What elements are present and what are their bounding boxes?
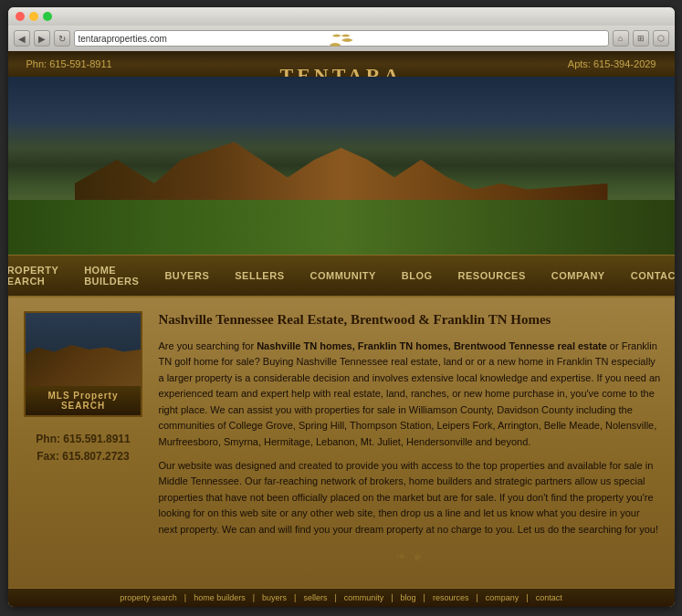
maximize-button[interactable] [43, 12, 52, 21]
footer-sep5: | [391, 593, 393, 602]
mls-image [26, 313, 141, 386]
content-paragraph2: Our website was designed and created to … [159, 458, 661, 538]
footer-bar: property search | home builders | buyers… [8, 588, 675, 607]
browser-window: ◀ ▶ ↻ ⌂ ⊞ ⬡ Phn: 615-591-8911 TENTARA [8, 7, 675, 607]
nav-bar: PROPERTY SEARCH HOME BUILDERS BUYERS SEL… [8, 255, 675, 298]
mls-box[interactable]: MLS Property SEARCH [24, 311, 142, 417]
footer-sep3: | [294, 593, 296, 602]
header-phone: Phn: 615-591-8911 [26, 58, 112, 69]
header-apts: Apts: 615-394-2029 [568, 58, 656, 69]
content-paragraph1: Are you searching for Nashville TN homes… [159, 339, 661, 451]
nav-resources[interactable]: RESOURCES [446, 261, 539, 290]
share-button[interactable]: ⬡ [653, 30, 669, 47]
footer-sep7: | [476, 593, 477, 602]
footer-sep4: | [334, 593, 336, 602]
footer-community[interactable]: community [344, 593, 384, 602]
forward-button[interactable]: ▶ [34, 30, 50, 47]
nav-property-search[interactable]: PROPERTY SEARCH [8, 256, 72, 296]
nav-blog[interactable]: BLOG [389, 261, 446, 290]
nav-home-builders[interactable]: HOME BUILDERS [71, 256, 152, 296]
site-header: Phn: 615-591-8911 TENTARA p r o p e r t … [8, 51, 675, 77]
contact-phone: Phn: 615.591.8911 [36, 431, 130, 448]
hero-house [8, 77, 675, 255]
minimize-button[interactable] [29, 12, 38, 21]
contact-info: Phn: 615.591.8911 Fax: 615.807.2723 [36, 431, 130, 465]
mls-label: MLS Property SEARCH [26, 386, 141, 415]
footer-sep6: | [424, 593, 425, 602]
content-area: MLS Property SEARCH Phn: 615.591.8911 Fa… [22, 311, 661, 574]
footer-resources[interactable]: resources [433, 593, 469, 602]
right-panel: Nashville Tennessee Real Estate, Brentwo… [159, 311, 661, 574]
footer-home-builders[interactable]: home builders [194, 593, 246, 602]
content-title: Nashville Tennessee Real Estate, Brentwo… [159, 311, 661, 329]
close-button[interactable] [16, 12, 25, 21]
title-bar [8, 7, 675, 26]
nav-company[interactable]: COMPANY [539, 261, 618, 290]
contact-fax: Fax: 615.807.2723 [36, 448, 130, 465]
website: Phn: 615-591-8911 TENTARA p r o p e r t … [8, 51, 675, 607]
left-panel: MLS Property SEARCH Phn: 615.591.8911 Fa… [22, 311, 145, 574]
footer-sep8: | [526, 593, 528, 602]
nav-contact[interactable]: CONTACT [618, 261, 675, 290]
bookmark-button[interactable]: ⊞ [633, 30, 649, 47]
nav-community[interactable]: COMMUNITY [297, 261, 388, 290]
footer-blog[interactable]: blog [401, 593, 416, 602]
hero-image [8, 77, 675, 255]
nav-sellers[interactable]: SELLERS [222, 261, 297, 290]
footer-contact[interactable]: contact [536, 593, 562, 602]
footer-sep1: | [184, 593, 186, 602]
footer-sep2: | [253, 593, 255, 602]
footer-sellers[interactable]: sellers [303, 593, 327, 602]
main-content: MLS Property SEARCH Phn: 615.591.8911 Fa… [8, 298, 675, 588]
logo-symbol [260, 31, 422, 62]
footer-company[interactable]: company [486, 593, 519, 602]
footer-property-search[interactable]: property search [120, 593, 177, 602]
back-button[interactable]: ◀ [14, 30, 30, 47]
footer-buyers[interactable]: buyers [262, 593, 287, 602]
nav-buyers[interactable]: BUYERS [152, 261, 222, 290]
ornament: ❧ ❦ [159, 548, 661, 565]
footer-links: property search | home builders | buyers… [17, 593, 666, 602]
home-button[interactable]: ⌂ [613, 30, 629, 47]
refresh-button[interactable]: ↻ [54, 30, 70, 47]
